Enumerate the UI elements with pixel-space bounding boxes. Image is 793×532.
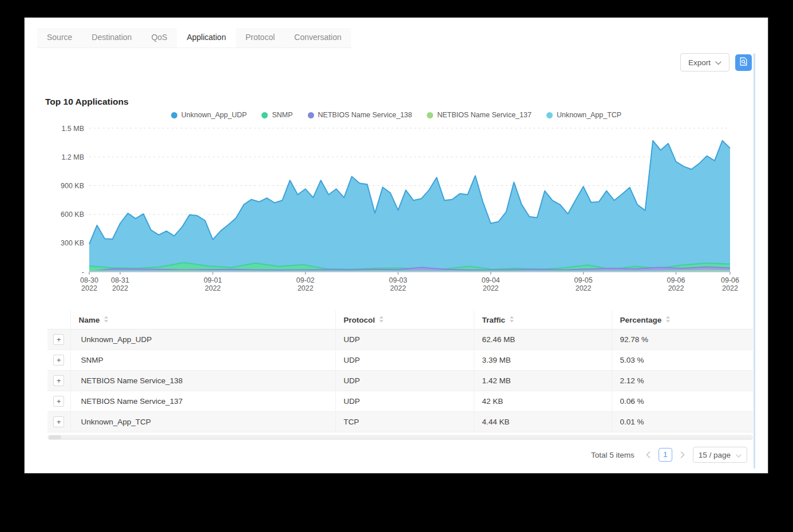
sort-icon[interactable] bbox=[509, 316, 514, 324]
page-size-label: 15 / page bbox=[699, 451, 731, 459]
row-percentage: 0.06 % bbox=[612, 391, 753, 412]
row-protocol: UDP bbox=[335, 329, 474, 350]
svg-text:09-01: 09-01 bbox=[204, 276, 222, 284]
report-window: SourceDestinationQoSApplicationProtocolC… bbox=[24, 17, 768, 474]
row-name: NETBIOS Name Service_137 bbox=[70, 391, 335, 412]
svg-text:2022: 2022 bbox=[205, 284, 221, 292]
chevron-right-icon[interactable] bbox=[677, 448, 688, 462]
export-report-button[interactable] bbox=[735, 54, 752, 71]
table-header-row: NameProtocolTrafficPercentage bbox=[47, 311, 753, 329]
svg-text:300 KB: 300 KB bbox=[61, 239, 84, 247]
expand-row-button[interactable]: + bbox=[53, 396, 64, 407]
expand-row-button[interactable]: + bbox=[53, 334, 64, 345]
svg-text:2022: 2022 bbox=[668, 284, 684, 292]
row-traffic: 42 KB bbox=[474, 391, 612, 412]
table-row-netbios-name-service-138: +NETBIOS Name Service_138UDP1.42 MB2.12 … bbox=[47, 371, 753, 391]
tab-source[interactable]: Source bbox=[37, 28, 82, 47]
export-button[interactable]: Export bbox=[680, 53, 729, 72]
table-row-netbios-name-service-137: +NETBIOS Name Service_137UDP42 KB0.06 % bbox=[47, 391, 753, 412]
sort-icon[interactable] bbox=[379, 316, 384, 324]
page-size-select[interactable]: 15 / page bbox=[693, 447, 747, 463]
column-header-traffic[interactable]: Traffic bbox=[474, 311, 612, 329]
svg-text:2022: 2022 bbox=[576, 284, 592, 292]
row-traffic: 4.44 KB bbox=[474, 412, 612, 432]
row-percentage: 92.78 % bbox=[612, 329, 753, 350]
column-label: Percentage bbox=[620, 316, 662, 324]
chevron-down-icon bbox=[736, 451, 742, 459]
horizontal-scrollbar-thumb[interactable] bbox=[49, 435, 61, 439]
row-traffic: 3.39 MB bbox=[474, 350, 612, 371]
table-row-snmp: +SNMPUDP3.39 MB5.03 % bbox=[47, 350, 753, 371]
sort-icon[interactable] bbox=[665, 316, 671, 324]
tab-qos[interactable]: QoS bbox=[141, 28, 177, 47]
table-row-unknown-app-udp: +Unknown_App_UDPUDP62.46 MB92.78 % bbox=[47, 329, 753, 350]
tab-protocol[interactable]: Protocol bbox=[236, 28, 284, 47]
svg-text:2022: 2022 bbox=[298, 284, 314, 292]
vertical-scrollbar[interactable] bbox=[754, 53, 755, 469]
row-name: NETBIOS Name Service_138 bbox=[70, 371, 335, 391]
svg-text:1.2 MB: 1.2 MB bbox=[61, 153, 84, 161]
expand-row-button[interactable]: + bbox=[53, 355, 64, 366]
page-title: Top 10 Applications bbox=[45, 97, 129, 107]
svg-text:08-30: 08-30 bbox=[80, 276, 98, 284]
svg-text:09-02: 09-02 bbox=[296, 276, 315, 284]
column-header-percentage[interactable]: Percentage bbox=[612, 311, 753, 329]
svg-text:2022: 2022 bbox=[483, 284, 499, 292]
export-button-label: Export bbox=[688, 58, 711, 67]
sort-icon[interactable] bbox=[104, 316, 109, 324]
row-percentage: 0.01 % bbox=[612, 412, 753, 432]
column-header-protocol[interactable]: Protocol bbox=[335, 311, 474, 329]
svg-text:09-04: 09-04 bbox=[482, 276, 500, 284]
row-name: SNMP bbox=[70, 350, 335, 371]
applications-table: NameProtocolTrafficPercentage +Unknown_A… bbox=[47, 311, 753, 432]
tab-application[interactable]: Application bbox=[177, 28, 236, 47]
expand-row-button[interactable]: + bbox=[53, 416, 64, 427]
table-row-unknown-app-tcp: +Unknown_App_TCPTCP4.44 KB0.01 % bbox=[47, 412, 753, 432]
row-protocol: UDP bbox=[335, 350, 474, 371]
applications-table-wrap: NameProtocolTrafficPercentage +Unknown_A… bbox=[47, 311, 753, 432]
row-traffic: 1.42 MB bbox=[474, 371, 612, 391]
column-header-name[interactable]: Name bbox=[70, 311, 335, 329]
svg-text:900 KB: 900 KB bbox=[61, 182, 84, 190]
svg-text:2022: 2022 bbox=[390, 284, 406, 292]
svg-text:2022: 2022 bbox=[722, 284, 738, 292]
svg-text:09-06: 09-06 bbox=[721, 276, 739, 284]
row-name: Unknown_App_TCP bbox=[70, 412, 335, 432]
tab-conversation[interactable]: Conversation bbox=[284, 28, 351, 47]
export-report-icon bbox=[739, 57, 748, 69]
column-header-expand bbox=[47, 311, 70, 329]
chevron-down-icon bbox=[715, 58, 721, 67]
svg-text:-: - bbox=[82, 268, 84, 276]
column-label: Name bbox=[79, 316, 100, 324]
traffic-area-chart[interactable]: 1.5 MB1.2 MB900 KB600 KB300 KB-08-302022… bbox=[45, 109, 755, 293]
svg-text:2022: 2022 bbox=[112, 284, 128, 292]
svg-text:09-05: 09-05 bbox=[574, 276, 593, 284]
horizontal-scrollbar[interactable] bbox=[47, 435, 753, 440]
chevron-left-icon[interactable] bbox=[643, 448, 653, 462]
tab-destination[interactable]: Destination bbox=[82, 28, 141, 47]
column-label: Protocol bbox=[344, 316, 375, 324]
svg-text:2022: 2022 bbox=[81, 284, 97, 292]
svg-text:600 KB: 600 KB bbox=[61, 211, 84, 219]
row-protocol: UDP bbox=[335, 371, 474, 391]
row-traffic: 62.46 MB bbox=[474, 329, 612, 350]
row-protocol: UDP bbox=[335, 391, 474, 412]
row-percentage: 2.12 % bbox=[612, 371, 753, 391]
row-percentage: 5.03 % bbox=[612, 350, 753, 371]
column-label: Traffic bbox=[482, 316, 506, 324]
svg-text:09-03: 09-03 bbox=[389, 276, 407, 284]
page-number-button[interactable]: 1 bbox=[659, 448, 672, 462]
row-protocol: TCP bbox=[335, 412, 474, 432]
report-tabbar: SourceDestinationQoSApplicationProtocolC… bbox=[37, 28, 351, 48]
pagination: Total 5 items 1 15 / page bbox=[591, 447, 747, 463]
svg-text:1.5 MB: 1.5 MB bbox=[61, 125, 84, 133]
chart-canvas: 1.5 MB1.2 MB900 KB600 KB300 KB-08-302022… bbox=[45, 109, 755, 293]
pagination-total: Total 5 items bbox=[591, 451, 635, 459]
expand-row-button[interactable]: + bbox=[53, 375, 64, 386]
row-name: Unknown_App_UDP bbox=[70, 329, 335, 350]
svg-text:09-06: 09-06 bbox=[667, 276, 685, 284]
svg-text:08-31: 08-31 bbox=[111, 276, 129, 284]
toolbar: Export bbox=[680, 53, 752, 72]
